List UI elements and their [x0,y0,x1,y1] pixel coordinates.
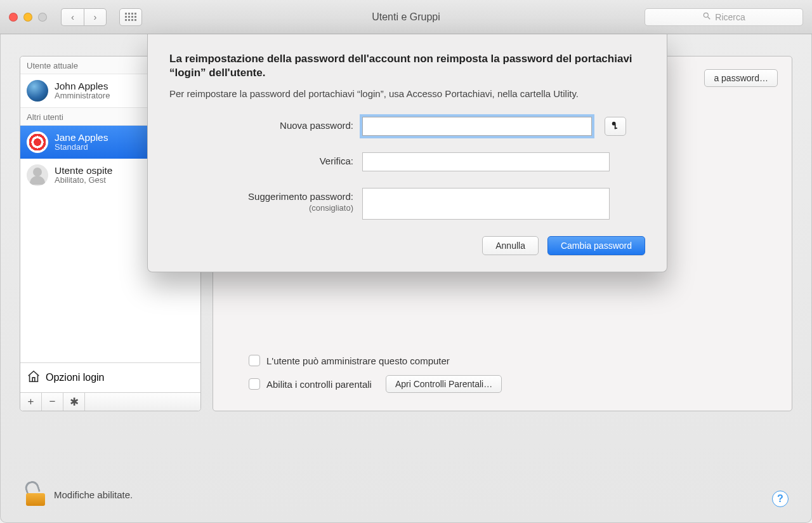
sheet-subtext: Per reimpostare la password del portachi… [169,88,639,100]
new-password-label: Nuova password: [169,117,353,131]
spacer [85,393,200,411]
open-parental-controls-button[interactable]: Apri Controlli Parentali… [386,375,502,393]
cancel-button[interactable]: Annulla [482,236,539,255]
checkbox-icon[interactable] [249,378,260,390]
house-icon [27,369,41,386]
help-button[interactable]: ? [772,491,789,507]
add-user-button[interactable]: + [20,393,42,411]
lock-status-row[interactable]: Modifiche abilitate. [26,483,133,506]
unlock-icon [26,483,45,506]
grid-icon [125,13,136,21]
avatar-icon [27,164,48,186]
user-role: Standard [55,143,108,152]
sidebar-action-strip: + − ✱ [20,392,200,411]
sheet-heading: La reimpostazione della password dell'ac… [169,52,639,80]
minimize-window-button[interactable] [23,13,32,22]
window-title: Utenti e Gruppi [372,11,440,23]
password-assistant-button[interactable] [605,117,626,136]
svg-point-0 [704,13,709,17]
nav-back-forward: ‹ › [61,8,107,26]
parental-checkbox-row[interactable]: Abilita i controlli parentali Apri Contr… [249,375,502,393]
user-name: John Apples [55,81,110,92]
gear-icon: ✱ [70,395,79,409]
password-hint-label: Suggerimento password: (consigliato) [169,188,353,213]
show-all-prefs-button[interactable] [119,8,142,26]
login-options-label: Opzioni login [46,372,105,383]
chevron-left-icon: ‹ [71,11,74,22]
back-button[interactable]: ‹ [61,8,84,26]
search-icon [702,11,711,22]
user-role: Amministratore [55,91,110,101]
close-window-button[interactable] [9,13,18,22]
password-hint-input[interactable] [362,188,610,220]
checkbox-icon[interactable] [249,355,260,366]
parental-checkbox-label: Abilita i controlli parentali [266,379,372,390]
svg-rect-4 [615,128,617,129]
login-options-row[interactable]: Opzioni login [20,362,200,392]
lock-status-text: Modifiche abilitate. [54,489,133,500]
avatar-icon [27,80,48,102]
user-actions-button[interactable]: ✱ [63,393,85,411]
zoom-window-button[interactable] [38,13,47,22]
search-input[interactable]: Ricerca [645,8,803,26]
search-placeholder: Ricerca [715,12,745,22]
new-password-input[interactable] [362,117,592,136]
password-hint-sublabel: (consigliato) [169,203,353,213]
chevron-right-icon: › [94,11,97,22]
titlebar: ‹ › Utenti e Gruppi Ricerca [0,0,812,34]
change-password-button[interactable]: Cambia password [547,236,645,255]
admin-checkbox-row[interactable]: L'utente può amministrare questo compute… [249,355,502,366]
key-icon [611,120,620,133]
verify-password-label: Verifica: [169,152,353,167]
verify-password-input[interactable] [362,152,610,171]
admin-checkbox-label: L'utente può amministrare questo compute… [266,355,450,366]
svg-line-1 [708,17,710,20]
password-reset-sheet: La reimpostazione della password dell'ac… [147,34,667,272]
forward-button[interactable]: › [84,8,107,26]
window-controls [9,13,47,22]
avatar-icon [27,131,48,153]
user-name: Jane Apples [55,132,108,143]
plus-icon: + [28,395,34,408]
user-name: Utente ospite [55,165,112,176]
help-icon: ? [777,493,783,505]
remove-user-button[interactable]: − [42,393,63,411]
reset-password-button[interactable]: a password… [704,69,778,87]
minus-icon: − [49,395,56,408]
user-role: Abilitato, Gest [55,176,112,185]
